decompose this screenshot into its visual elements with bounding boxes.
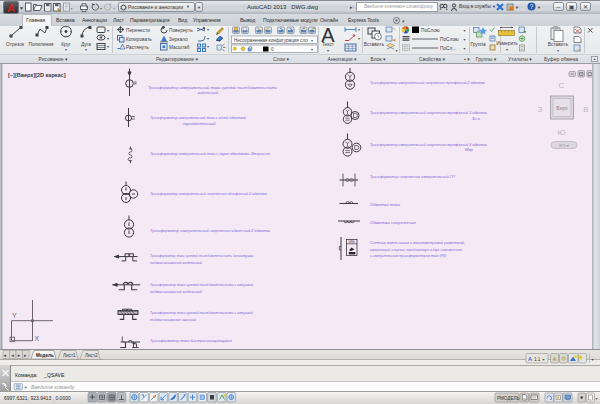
- svg-text:Вставить: Вставить: [364, 42, 385, 47]
- svg-text:Трансформатор измерительный на: Трансформатор измерительный напряжения с…: [150, 228, 271, 233]
- svg-text:?: ?: [530, 3, 534, 10]
- svg-text:Введите команду: Введите команду: [31, 384, 75, 390]
- svg-text:РМОДЕЛЬ: РМОДЕЛЬ: [497, 396, 520, 401]
- svg-text:▾: ▾: [557, 48, 559, 53]
- svg-text:▾: ▾: [107, 44, 109, 49]
- svg-text:▾: ▾: [543, 357, 545, 362]
- svg-text:▾: ▾: [358, 27, 360, 32]
- svg-text:3н.з.: 3н.з.: [472, 116, 481, 121]
- svg-text:Трансформатор тока быстронасыщ: Трансформатор тока быстронасыщающийся: [150, 338, 233, 343]
- svg-text:Y: Y: [12, 312, 17, 319]
- svg-text:▾: ▾: [596, 396, 598, 401]
- svg-text:Отрезок: Отрезок: [6, 42, 25, 47]
- svg-text:Измерить: Измерить: [496, 41, 518, 46]
- svg-text:Перенести: Перенести: [126, 28, 150, 33]
- svg-text:Трансформатор измерительный на: Трансформатор измерительный напряжения т…: [370, 110, 488, 115]
- svg-text:Текст: Текст: [322, 42, 335, 47]
- svg-text:В: В: [583, 105, 588, 114]
- svg-text:▾: ▾: [65, 47, 67, 52]
- svg-text:Зеркало: Зеркало: [169, 37, 188, 42]
- svg-text:подмагничивания шинный: подмагничивания шинный: [150, 317, 197, 322]
- svg-text:▾: ▾: [402, 18, 405, 24]
- svg-text:Лист2: Лист2: [85, 353, 98, 358]
- svg-text:Счетчик ватт-часов с вольтметр: Счетчик ватт-часов с вольтметровой разме…: [370, 240, 465, 245]
- svg-text:▾: ▾: [100, 6, 102, 11]
- svg-text:1:1: 1:1: [534, 357, 541, 362]
- svg-text:Трансформатор измерительный на: Трансформатор измерительный напряжения т…: [370, 142, 488, 147]
- svg-text:▾: ▾: [358, 36, 360, 41]
- svg-text:Масштаб: Масштаб: [169, 45, 190, 50]
- svg-text:З: З: [538, 105, 543, 114]
- svg-text:Трансформатор тока нулевой пос: Трансформатор тока нулевой последователь…: [150, 282, 254, 287]
- svg-text:[−][Вверх][2D каркас]: [−][Вверх][2D каркас]: [8, 72, 66, 78]
- svg-text:▾: ▾: [107, 28, 109, 33]
- svg-text:Несохраненная конфигурация сло: Несохраненная конфигурация сло: [234, 38, 308, 43]
- svg-text:двухобмоточный: двухобмоточный: [182, 121, 216, 126]
- svg-text:Трансформатор измерительный то: Трансформатор измерительный тока с двумя…: [150, 151, 271, 156]
- svg-text:Копировать: Копировать: [126, 37, 152, 42]
- svg-text:▾: ▾: [464, 37, 466, 42]
- svg-text:Обмотка напряжения: Обмотка напряжения: [370, 220, 417, 225]
- svg-text:подмагничивания кабельный: подмагничивания кабельный: [150, 289, 203, 294]
- svg-text:▾: ▾: [396, 48, 398, 53]
- svg-text:ПоСл...: ПоСл...: [440, 46, 456, 51]
- svg-text:Трансформатор измерительный на: Трансформатор измерительный напряжения т…: [370, 80, 486, 85]
- svg-text:X: X: [35, 335, 40, 342]
- svg-text:▾: ▾: [207, 44, 209, 49]
- svg-text:▾: ▾: [113, 6, 115, 11]
- svg-text:▾: ▾: [107, 36, 109, 41]
- svg-text:Обмотка тока: Обмотка тока: [370, 202, 401, 207]
- svg-text:Лист1: Лист1: [63, 353, 76, 358]
- svg-text:▾: ▾: [327, 48, 329, 53]
- svg-text:Группа: Группа: [470, 42, 486, 47]
- svg-text:Мвр: Мвр: [465, 147, 474, 152]
- svg-text:▾: ▾: [311, 47, 313, 52]
- svg-text:подмагничивания кабельный: подмагничивания кабельный: [150, 260, 203, 265]
- svg-text:Трансформатор напряжения измер: Трансформатор напряжения измерительный Г…: [370, 174, 456, 179]
- svg-text:Трансформатор измерительный то: Трансформатор измерительный тока нулевой…: [148, 85, 278, 90]
- svg-text:▾: ▾: [464, 46, 466, 51]
- svg-text:Растянуть: Растянуть: [126, 45, 149, 50]
- svg-text:Ю: Ю: [557, 128, 565, 137]
- svg-text:▾: ▾: [207, 36, 209, 41]
- svg-text:kWh: kWh: [349, 240, 356, 244]
- svg-text:Трансформатор измерительный на: Трансформатор измерительный напряжения о…: [150, 191, 268, 196]
- svg-text:6997.6321, 923.9413 , 0.0000: 6997.6321, 923.9413 , 0.0000: [4, 395, 71, 401]
- svg-text:▾: ▾: [464, 28, 466, 33]
- svg-text:Дуга: Дуга: [81, 42, 91, 47]
- svg-text:Команда:: Команда:: [15, 372, 38, 378]
- svg-text:Трансформатор измерительный то: Трансформатор измерительный тока с одной…: [150, 115, 247, 120]
- svg-text:▾: ▾: [71, 6, 73, 11]
- svg-text:Трансформатор тока нулевой пос: Трансформатор тока нулевой последователь…: [150, 253, 254, 258]
- svg-text:С: С: [559, 81, 565, 90]
- svg-text:с измерительным трансформаторо: с измерительным трансформатором тока (РК…: [370, 253, 447, 258]
- svg-text:кабельный: кабельный: [198, 90, 219, 95]
- svg-text:ПоСлою: ПоСлою: [421, 28, 440, 33]
- svg-text:ПоСлою: ПоСлою: [440, 37, 459, 42]
- svg-text:▾: ▾: [506, 47, 508, 52]
- svg-text:▾: ▾: [25, 385, 28, 390]
- svg-text:Трансформатор тока нулевой пос: Трансформатор тока нулевой последователь…: [150, 310, 254, 315]
- svg-text:А: А: [528, 356, 532, 362]
- svg-text:▾: ▾: [592, 357, 594, 362]
- svg-text:▾: ▾: [207, 27, 209, 32]
- svg-text:Модель: Модель: [36, 353, 54, 358]
- svg-text:▾: ▾: [311, 38, 313, 43]
- svg-text:_QSAVE: _QSAVE: [43, 372, 65, 378]
- svg-text:Полилиния: Полилиния: [29, 42, 54, 47]
- svg-text:Верх: Верх: [556, 105, 568, 111]
- svg-text:Вставить: Вставить: [548, 42, 569, 47]
- svg-text:0: 0: [271, 47, 274, 52]
- svg-text:Повернуть: Повернуть: [169, 28, 193, 33]
- svg-text:Круг: Круг: [61, 42, 71, 47]
- svg-text:▾: ▾: [85, 47, 87, 52]
- svg-text:измеряющий энергию, передаваем: измеряющий энергию, передаваемую в двух …: [370, 247, 463, 252]
- svg-text:ЮЗ ▾: ЮЗ ▾: [559, 143, 569, 148]
